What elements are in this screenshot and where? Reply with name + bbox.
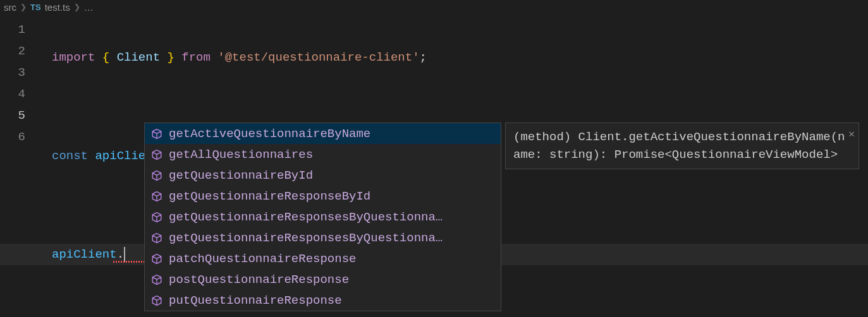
suggestion-item[interactable]: getAllQuestionnaires (145, 144, 501, 165)
method-icon (151, 232, 162, 244)
suggestion-label: getQuestionnaireResponsesByQuestionna… (169, 231, 443, 245)
close-icon[interactable]: ✕ (848, 126, 855, 143)
suggestion-item[interactable]: patchQuestionnaireResponse (145, 248, 501, 269)
keyword-const: const (52, 149, 88, 163)
method-icon (151, 149, 162, 160)
method-icon (151, 170, 162, 181)
brace: } (167, 51, 174, 64)
keyword-from: from (181, 51, 211, 64)
breadcrumb-file[interactable]: test.ts (45, 2, 70, 13)
line-number: 3 (0, 62, 38, 83)
breadcrumb-more[interactable]: … (84, 2, 94, 13)
suggestion-item[interactable]: getQuestionnaireResponseById (145, 186, 501, 206)
suggestion-item[interactable]: putQuestionnaireResponse (145, 290, 501, 311)
breadcrumb-folder[interactable]: src (4, 2, 16, 13)
code-line[interactable] (38, 96, 427, 117)
suggestion-list[interactable]: getActiveQuestionnaireByNamegetAllQuesti… (144, 123, 501, 311)
line-number: 5 (0, 105, 38, 126)
autocomplete-popup: getActiveQuestionnaireByNamegetAllQuesti… (144, 123, 859, 311)
method-icon (151, 128, 162, 140)
suggestion-item[interactable]: postQuestionnaireResponse (145, 269, 501, 290)
suggestion-item[interactable]: getQuestionnaireResponsesByQuestionna… (145, 227, 501, 248)
suggestion-item[interactable]: getQuestionnaireResponsesByQuestionna… (145, 206, 501, 227)
suggestion-label: patchQuestionnaireResponse (169, 252, 356, 266)
dot-operator: . (117, 248, 124, 261)
keyword-import: import (52, 51, 95, 64)
suggestion-label: postQuestionnaireResponse (169, 273, 349, 287)
chevron-right-icon: ❯ (20, 3, 27, 11)
line-gutter: 1 2 3 4 5 6 (0, 14, 38, 317)
suggestion-label: getAllQuestionnaires (169, 148, 313, 162)
suggestion-item[interactable]: getActiveQuestionnaireByName (145, 123, 501, 144)
method-icon (151, 274, 162, 285)
semicolon: ; (420, 51, 427, 64)
method-icon (151, 212, 162, 223)
line-number: 1 (0, 19, 38, 40)
ts-file-icon: TS (30, 3, 41, 12)
brace: { (102, 51, 109, 64)
identifier: apiClient (52, 248, 117, 261)
suggestion-details: ✕ (method) Client.getActiveQuestionnaire… (505, 123, 859, 169)
code-line[interactable]: import { Client } from '@test/questionna… (38, 47, 427, 68)
line-number: 4 (0, 83, 38, 105)
text-cursor (124, 247, 125, 262)
suggestion-label: getQuestionnaireById (169, 169, 313, 182)
chevron-right-icon: ❯ (74, 3, 80, 11)
suggestion-label: getQuestionnaireResponseById (169, 189, 370, 203)
suggestion-label: getQuestionnaireResponsesByQuestionna… (169, 210, 443, 224)
method-icon (151, 295, 162, 306)
details-text: (method) Client.getActiveQuestionnaireBy… (513, 130, 845, 162)
suggestion-item[interactable]: getQuestionnaireById (145, 165, 501, 186)
method-icon (151, 191, 162, 202)
string-literal: '@test/questionnaire-client' (217, 51, 419, 64)
identifier: Client (117, 51, 160, 64)
method-icon (151, 253, 162, 265)
breadcrumb: src ❯ TS test.ts ❯ … (0, 0, 868, 14)
line-number: 2 (0, 40, 38, 62)
line-number: 6 (0, 126, 38, 148)
suggestion-label: getActiveQuestionnaireByName (169, 127, 370, 141)
suggestion-label: putQuestionnaireResponse (169, 294, 342, 308)
